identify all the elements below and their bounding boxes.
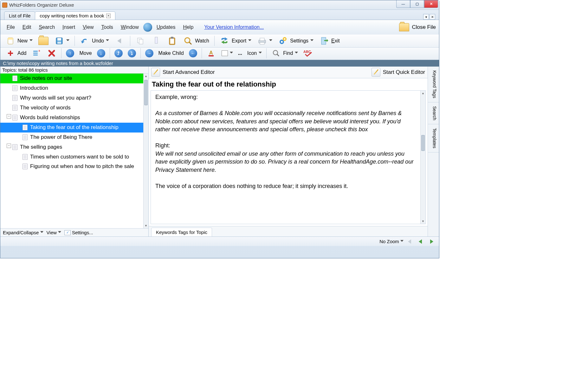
tree-node-label: The power of Being There: [30, 134, 142, 141]
bg-color-button[interactable]: [220, 50, 235, 57]
tree-expander-icon[interactable]: −: [7, 114, 11, 119]
menu-file[interactable]: File: [3, 23, 18, 31]
move-bottom-button[interactable]: ⤵: [126, 49, 138, 58]
copy-button[interactable]: [133, 36, 147, 46]
tree-node[interactable]: Side notes on our site: [0, 74, 143, 83]
add-button[interactable]: Add: [3, 48, 28, 58]
tree-node[interactable]: The velocity of words: [0, 103, 143, 113]
maximize-button[interactable]: ▢: [410, 0, 424, 8]
menu-window[interactable]: Window: [118, 23, 142, 31]
menu-edit[interactable]: Edit: [19, 23, 35, 31]
paste-button[interactable]: [165, 36, 179, 46]
list-plus-icon: +: [31, 49, 42, 58]
tree-expander-icon[interactable]: −: [7, 144, 11, 148]
menu-help[interactable]: Help: [180, 23, 197, 31]
export-button[interactable]: Export: [218, 36, 253, 46]
tree-settings-button[interactable]: ✓ Settings...: [64, 230, 93, 235]
new-file-icon: [5, 36, 16, 45]
close-button[interactable]: ✕: [424, 0, 438, 8]
zoom-menu[interactable]: No Zoom: [379, 239, 404, 244]
scroll-up-icon[interactable]: ▲: [144, 74, 148, 79]
spellcheck-button[interactable]: ABC: [301, 48, 315, 58]
arrow-right-icon: →: [145, 49, 153, 57]
version-info-link[interactable]: Your Version Information...: [204, 24, 264, 30]
menu-tools[interactable]: Tools: [98, 23, 116, 31]
expand-collapse-button[interactable]: Expand/Collapse: [3, 230, 43, 235]
tree-node[interactable]: −Words build relationships: [0, 113, 143, 123]
svg-point-17: [281, 41, 283, 43]
menu-updates[interactable]: Updates: [153, 23, 179, 31]
move-down-button[interactable]: ↓: [95, 49, 107, 58]
tab-close-button[interactable]: ✕: [430, 14, 435, 20]
tree-node-label: Words build relationships: [20, 114, 142, 121]
menu-search[interactable]: Search: [36, 23, 58, 31]
save-button[interactable]: [52, 36, 71, 46]
svg-rect-23: [33, 51, 38, 52]
start-quick-editor-button[interactable]: Start Quick Editor: [372, 68, 425, 77]
color-swatch-icon: [222, 50, 228, 56]
make-child-left-button[interactable]: ←: [187, 49, 199, 58]
cut-button[interactable]: [149, 36, 163, 46]
print-button[interactable]: [255, 36, 274, 46]
delete-button[interactable]: [45, 48, 59, 58]
pencil-note-icon: [372, 68, 380, 77]
exit-button[interactable]: Exit: [317, 36, 342, 46]
keywords-tab[interactable]: Keywords Tags for Topic: [151, 228, 212, 236]
minimize-button[interactable]: —: [396, 0, 410, 8]
move-up-button[interactable]: ↑: [64, 49, 76, 58]
tab-dropdown-button[interactable]: ▾: [423, 14, 429, 20]
nav-prev-button[interactable]: [417, 238, 425, 245]
find-button[interactable]: Find: [269, 48, 300, 58]
tree-scrollbar[interactable]: ▲ ▼: [143, 74, 148, 228]
watch-button[interactable]: Watch: [181, 36, 211, 46]
undo-button[interactable]: Undo: [78, 36, 111, 46]
sidetab-keyword-tags[interactable]: Keyword Tags: [428, 67, 439, 102]
tree-node[interactable]: −The selling pages: [0, 142, 143, 152]
tree-node-label: Why words will set you apart?: [20, 94, 142, 102]
arrow-left-icon: ←: [189, 49, 197, 57]
nav-next-button[interactable]: [428, 238, 436, 245]
window-title: WhizFolders Organizer Deluxe: [9, 2, 74, 8]
svg-rect-24: [33, 53, 38, 54]
sidetab-templates[interactable]: Templates: [428, 124, 439, 152]
new-button[interactable]: New: [3, 36, 35, 46]
add-list-button[interactable]: +: [29, 48, 43, 58]
close-file-button[interactable]: Close File: [399, 23, 436, 31]
settings-button[interactable]: Settings: [276, 36, 315, 46]
close-tab-icon[interactable]: ✕: [106, 14, 111, 18]
tree-node[interactable]: Why words will set you apart?: [0, 93, 143, 103]
content-area[interactable]: Example, wrong: As a customer of Barnes …: [151, 90, 426, 224]
topics-tree[interactable]: Side notes on our siteIntroductionWhy wo…: [0, 74, 148, 228]
titlebar: WhizFolders Organizer Deluxe — ▢ ✕: [0, 0, 439, 10]
svg-rect-22: [8, 53, 13, 54]
menu-insert[interactable]: Insert: [59, 23, 78, 31]
scroll-up-icon[interactable]: ▲: [421, 91, 425, 96]
delete-x-icon: [47, 49, 57, 58]
move-top-button[interactable]: ⤴: [113, 49, 125, 58]
tab-list-of-files[interactable]: List of File: [4, 11, 35, 20]
more-button[interactable]: ...: [236, 50, 244, 57]
start-advanced-editor-button[interactable]: Start Advanced Editor: [151, 68, 215, 77]
scroll-down-icon[interactable]: ▼: [421, 219, 425, 224]
make-child-right-button[interactable]: →: [143, 49, 155, 58]
tree-node[interactable]: Times when customers want to be sold to: [0, 152, 143, 162]
sidetab-search[interactable]: Search: [428, 102, 439, 124]
open-button[interactable]: [36, 36, 50, 46]
svg-point-11: [185, 38, 190, 43]
scroll-thumb[interactable]: [144, 80, 148, 105]
scroll-down-icon[interactable]: ▼: [144, 223, 148, 228]
text-color-button[interactable]: A: [204, 48, 218, 58]
tree-node[interactable]: Figuring out when and how to pitch the s…: [0, 162, 143, 172]
tab-current-document[interactable]: copy writing notes from a book ✕: [35, 11, 115, 20]
icon-picker[interactable]: Icon: [245, 50, 264, 57]
back-button[interactable]: [113, 36, 127, 46]
content-paragraph: As a customer of Barnes & Noble.com you …: [155, 109, 415, 134]
tree-node[interactable]: The power of Being There: [0, 133, 143, 142]
menu-view[interactable]: View: [80, 23, 97, 31]
content-scrollbar[interactable]: ▲ ▼: [420, 91, 425, 224]
tree-node[interactable]: Introduction: [0, 83, 143, 93]
floppy-icon: [54, 36, 64, 45]
scroll-thumb[interactable]: [421, 135, 425, 151]
tree-node[interactable]: Taking the fear out of the relationship: [0, 123, 143, 133]
tree-view-button[interactable]: View: [47, 230, 61, 235]
